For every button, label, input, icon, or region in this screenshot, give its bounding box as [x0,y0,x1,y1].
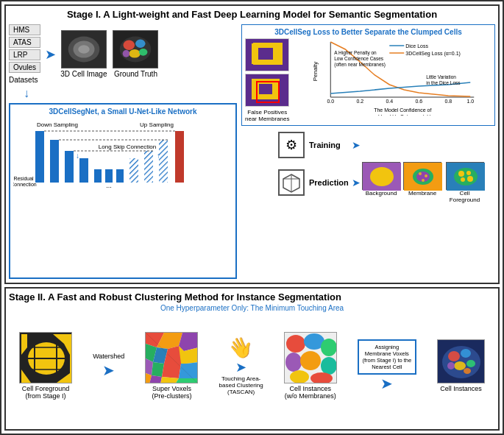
ground-truth-svg [113,30,157,68]
stage2-sv-label: Super Voxels(Pre-clusters) [152,385,191,400]
svg-point-74 [454,168,478,185]
svg-text:(often near Membranes): (often near Membranes) [335,62,386,68]
network-title: 3DCellSegNet, a Small U-Net-Like Network [13,107,233,116]
right-arrow-1: ➤ [102,361,115,379]
arrow-to-fp: ➤ [352,139,361,151]
loss-box: 3DCellSeg Loss to Better Separate the Cl… [241,24,495,126]
network-box: 3DCellSegNet, a Small U-Net-Like Network… [9,103,237,279]
svg-rect-15 [65,151,74,183]
result-bg-label: Background [366,190,397,197]
result-images: Background [362,162,485,203]
svg-point-108 [285,353,302,372]
stage1-left: HMS ATAS LRP Ovules Datasets ➤ [9,24,237,279]
svg-text:0.6: 0.6 [416,99,423,104]
loss-title: 3DCellSeg Loss to Better Separate the Cl… [245,28,491,36]
loss-chart-svg: Penalty The Model Confidence of a Voxel … [295,38,491,116]
stage2-instances-img [284,332,337,383]
svg-rect-35 [252,43,280,64]
ground-truth-block: Ground Truth [113,30,158,78]
svg-point-110 [321,357,337,375]
svg-point-120 [464,368,471,374]
arrow-to-results: ➤ [352,177,361,188]
main-container: Stage I. A Light-weight and Fast Deep Le… [0,0,504,435]
fp-svg-top [246,39,289,71]
cell-3d-block: 3D Cell Image [60,30,107,78]
svg-point-77 [461,177,465,182]
svg-text:...: ... [106,182,112,189]
datasets-container: HMS ATAS LRP Ovules Datasets [9,24,40,84]
svg-text:Long Skip Connection: Long Skip Connection [99,144,156,150]
svg-marker-97 [162,364,181,378]
ground-truth-image [113,30,158,68]
stage2-subtitle: One Hyperparameter Only: The Minimum Tou… [9,304,495,312]
datasets-row: HMS ATAS LRP Ovules Datasets ➤ [9,24,237,84]
svg-point-78 [467,176,473,182]
svg-text:The Model Confidence of: The Model Confidence of [375,107,432,113]
svg-marker-98 [179,362,198,378]
training-icon: ⚙ [278,132,305,158]
svg-marker-96 [152,362,164,377]
svg-rect-14 [50,140,59,183]
stage2-item-final: Cell Instances [437,339,485,392]
stage2-section: Stage II. A Fast and Robust Clustering M… [4,287,500,431]
svg-rect-17 [94,169,102,183]
arrow-down-to-network: ↓ [9,87,237,100]
svg-point-111 [290,370,309,383]
svg-rect-36 [259,49,272,59]
loss-content: False Positivesnear Membranes Penalty [245,38,491,122]
svg-text:0.2: 0.2 [357,99,364,104]
stage2-title: Stage II. A Fast and Robust Clustering M… [9,291,495,303]
svg-text:1.0: 1.0 [467,99,475,104]
svg-point-71 [425,174,427,177]
svg-text:a Voxel k's Category (pk): a Voxel k's Category (pk) [375,114,432,116]
svg-text:Little Variation: Little Variation [427,74,457,79]
svg-rect-20 [129,158,138,183]
stage2-final-img [437,339,485,383]
result-fg-svg [447,163,485,191]
svg-point-70 [419,172,422,175]
svg-text:Penalty: Penalty [313,62,319,82]
stage2-item-foreground: Cell Foreground(from Stage I) [19,332,72,400]
stage2-inst-svg [285,333,337,383]
cell-3d-image [61,30,107,68]
stage2-supervoxel-img [145,332,198,383]
dataset-lrp: LRP [9,49,40,60]
svg-point-72 [422,179,425,182]
dataset-atas: ATAS [9,37,40,48]
svg-point-105 [286,335,305,353]
result-bg-box [362,162,400,190]
svg-rect-23 [175,131,184,183]
fp-svg-bot [246,74,289,107]
result-mem-svg [404,163,442,191]
network-visual: Down Sampling Up Sampling [13,118,233,199]
svg-text:Low Confidence Cases: Low Confidence Cases [335,56,385,61]
svg-point-9 [139,49,148,56]
result-membrane: Membrane [403,162,441,197]
svg-rect-18 [105,169,113,183]
stage2-fg-label: Cell Foreground(from Stage I) [22,385,70,400]
stage2-item-instances: Cell Instances(w/o Membranes) [284,332,337,400]
stage2-foreground-img [19,332,72,383]
svg-point-109 [300,351,321,370]
result-mem-box [403,162,441,190]
svg-text:↑: ↑ [157,152,160,160]
svg-rect-21 [144,151,153,183]
svg-point-115 [448,351,460,361]
svg-point-119 [447,362,455,369]
svg-text:0.0: 0.0 [327,99,335,104]
stage1-section: Stage I. A Light-weight and Fast Deep Le… [4,4,500,284]
stage2-fg-svg [20,333,72,383]
tascan-arrow: 🖐 ➤ Touching Area-based Clustering(TASCA… [219,336,263,395]
loss-chart: Penalty The Model Confidence of a Voxel … [295,38,491,116]
stage2-sv-svg [146,333,198,383]
svg-text:0.4: 0.4 [386,99,394,104]
ground-truth-label: Ground Truth [114,70,157,78]
svg-point-3 [78,45,89,54]
result-mem-label: Membrane [408,190,436,197]
svg-text:Residual: Residual [13,176,34,181]
cell-3d-label: 3D Cell Image [60,70,107,78]
svg-point-5 [120,37,152,63]
arrow-datasets-to-images: ➤ [45,46,56,63]
svg-text:in the Dice Loss: in the Dice Loss [427,80,461,85]
stage2-item-supervoxel: Super Voxels(Pre-clusters) [145,332,198,400]
